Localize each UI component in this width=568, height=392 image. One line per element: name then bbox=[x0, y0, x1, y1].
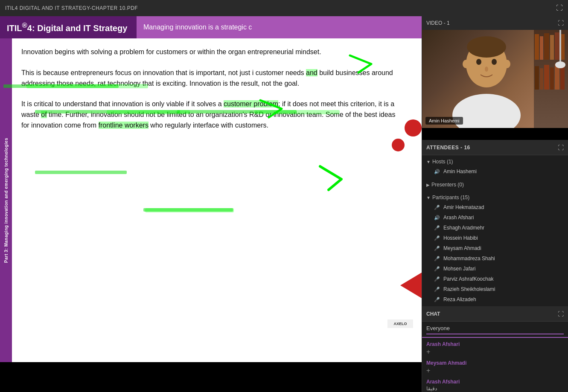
svg-rect-3 bbox=[35, 171, 127, 174]
axelo-text: AXELO bbox=[393, 322, 407, 326]
document-title: ITIL4 DIGITAL AND IT STRATEGY-CHAPTER 10… bbox=[5, 5, 138, 11]
svg-rect-13 bbox=[555, 32, 559, 60]
svg-rect-4 bbox=[143, 208, 233, 212]
mic-icon: 🎤 bbox=[434, 256, 440, 261]
svg-rect-17 bbox=[544, 65, 549, 90]
chat-message-3: Arash Afshari دقیقا bbox=[426, 379, 564, 392]
presenter-video bbox=[444, 30, 529, 128]
chat-sender-2: Meysam Ahmadi bbox=[426, 360, 564, 366]
video-feed: Amin Hashemi bbox=[422, 30, 568, 128]
svg-rect-16 bbox=[540, 68, 543, 90]
slide-content: Innovation begins with solving a problem… bbox=[0, 38, 422, 362]
chat-messages: Arash Afshari + Meysam Ahmadi + Arash Af… bbox=[422, 338, 568, 392]
chat-section: CHAT ⛶ Everyone Arash Afshari + Meysam A… bbox=[422, 306, 568, 392]
fullscreen-icon[interactable]: ⛶ bbox=[556, 4, 563, 12]
red-circle-1 bbox=[405, 119, 422, 136]
hosts-collapse-icon: ▼ bbox=[426, 160, 431, 164]
chat-sender-1: Arash Afshari bbox=[426, 341, 564, 347]
chat-message-plus-2: + bbox=[426, 367, 564, 375]
video-top-bar: VIDEO - 1 ⛶ bbox=[422, 16, 568, 30]
slide-header: ITIL®4: Digital and IT Strategy Managing… bbox=[0, 16, 422, 38]
paragraph-1-text: Innovation begins with solving a problem… bbox=[21, 47, 405, 58]
chat-to-label: Everyone bbox=[426, 325, 450, 331]
mic-icon: 🎤 bbox=[434, 266, 440, 272]
axelo-area: AXELO bbox=[387, 319, 413, 328]
chat-to-area[interactable]: Everyone bbox=[422, 322, 568, 338]
mic-icon: 🎤 bbox=[434, 246, 440, 251]
mic-active-icon: 🔊 bbox=[434, 215, 440, 221]
attendee-reza: 🎤 Reza Alizadeh bbox=[422, 294, 568, 305]
video-expand-icon[interactable]: ⛶ bbox=[558, 20, 564, 26]
slide-area: ITIL®4: Digital and IT Strategy Managing… bbox=[0, 16, 422, 362]
attendee-amir: 🎤 Amir Hekmatazad bbox=[422, 202, 568, 212]
bottom-bar bbox=[0, 362, 422, 392]
mic-icon: 🎤 bbox=[434, 287, 440, 292]
chat-header: CHAT ⛶ bbox=[422, 306, 568, 322]
mic-speaking-icon: 🔊 bbox=[434, 169, 440, 174]
svg-point-31 bbox=[504, 60, 510, 68]
attendee-name: Mohsen Jafari bbox=[443, 266, 475, 272]
video-title: VIDEO - 1 bbox=[426, 20, 450, 26]
participants-group-header[interactable]: ▼ Participants (15) bbox=[422, 193, 568, 202]
attendees-header: ATTENDEES - 16 ⛶ bbox=[422, 140, 568, 155]
presentation-panel: ITIL®4: Digital and IT Strategy Managing… bbox=[0, 16, 422, 392]
chat-message-plus-1: + bbox=[426, 348, 564, 356]
presenters-collapse-icon: ▶ bbox=[426, 183, 430, 187]
svg-point-22 bbox=[555, 61, 565, 68]
attendee-name: Parviz AshrafKoochak bbox=[443, 276, 493, 282]
attendee-meysam: 🎤 Meysam Ahmadi bbox=[422, 243, 568, 253]
attendee-hossein: 🎤 Hossein Habibi bbox=[422, 233, 568, 243]
svg-rect-9 bbox=[535, 34, 539, 60]
hosts-group-header[interactable]: ▼ Hosts (1) bbox=[422, 157, 568, 166]
attendee-name: Mohammadreza Shahi bbox=[443, 256, 495, 261]
slide-subtitle: Managing innovation is a strategic c bbox=[143, 23, 252, 31]
mic-icon: 🎤 bbox=[434, 225, 440, 231]
attendees-title: ATTENDEES - 16 bbox=[426, 145, 470, 151]
attendee-name: Amin Hashemi bbox=[443, 168, 477, 174]
presenters-group-header[interactable]: ▶ Presenters (0) bbox=[422, 180, 568, 189]
red-circle-2 bbox=[392, 139, 405, 151]
svg-rect-10 bbox=[540, 36, 543, 60]
attendees-group-participants: ▼ Participants (15) 🎤 Amir Hekmatazad 🔊 … bbox=[422, 191, 568, 306]
hosts-group-label: Hosts (1) bbox=[432, 159, 453, 165]
slide-main-title: ITIL®4: Digital and IT Strategy bbox=[7, 21, 127, 33]
attendee-eshagh: 🎤 Eshagh Aradmehr bbox=[422, 223, 568, 233]
svg-rect-20 bbox=[560, 66, 565, 90]
svg-rect-21 bbox=[559, 30, 561, 64]
presenters-group-label: Presenters (0) bbox=[431, 182, 464, 188]
chat-expand-icon[interactable]: ⛶ bbox=[558, 311, 564, 317]
attendee-name: Meysam Ahmadi bbox=[443, 245, 481, 251]
chat-sender-3: Arash Afshari bbox=[426, 379, 564, 385]
attendee-name: Razieh Sheikholeslami bbox=[443, 286, 495, 292]
participants-group-label: Participants (15) bbox=[432, 195, 469, 200]
svg-rect-8 bbox=[145, 208, 234, 212]
svg-point-28 bbox=[492, 59, 497, 65]
paragraph-2-text: This is because entrepreneurs focus on i… bbox=[21, 68, 405, 89]
slide-paragraph-1: Innovation begins with solving a problem… bbox=[21, 47, 405, 58]
top-bar: ITIL4 DIGITAL AND IT STRATEGY-CHAPTER 10… bbox=[0, 0, 568, 16]
svg-point-26 bbox=[467, 36, 506, 58]
chat-message-2: Meysam Ahmadi + bbox=[426, 360, 564, 375]
chat-message-text-3: دقیقا bbox=[426, 386, 564, 392]
svg-point-30 bbox=[463, 60, 469, 68]
bookshelf-decoration bbox=[534, 30, 568, 128]
slide-header-left: ITIL®4: Digital and IT Strategy bbox=[0, 16, 137, 38]
slide-paragraph-3: It is critical to understand that innova… bbox=[21, 99, 405, 131]
attendees-section: ATTENDEES - 16 ⛶ ▼ Hosts (1) 🔊 Amin Hash… bbox=[422, 140, 568, 306]
mic-icon: 🎤 bbox=[434, 276, 440, 282]
attendees-expand-icon[interactable]: ⛶ bbox=[558, 144, 564, 151]
svg-point-29 bbox=[485, 67, 488, 72]
attendee-arash: 🔊 Arash Afshari bbox=[422, 212, 568, 223]
mic-icon: 🎤 bbox=[434, 205, 440, 210]
svg-rect-18 bbox=[550, 67, 554, 90]
chat-title: CHAT bbox=[426, 311, 440, 317]
chat-message-1: Arash Afshari + bbox=[426, 341, 564, 356]
svg-rect-12 bbox=[550, 35, 554, 60]
svg-point-27 bbox=[476, 59, 481, 65]
attendee-mohammadreza: 🎤 Mohammadreza Shahi bbox=[422, 253, 568, 264]
presenter-name: Amin Hashemi bbox=[429, 118, 460, 123]
chat-to-underline bbox=[426, 334, 564, 334]
attendee-name: Hossein Habibi bbox=[443, 235, 478, 241]
slide-paragraph-2: This is because entrepreneurs focus on i… bbox=[21, 68, 405, 89]
slide-header-right: Managing innovation is a strategic c bbox=[137, 16, 422, 38]
